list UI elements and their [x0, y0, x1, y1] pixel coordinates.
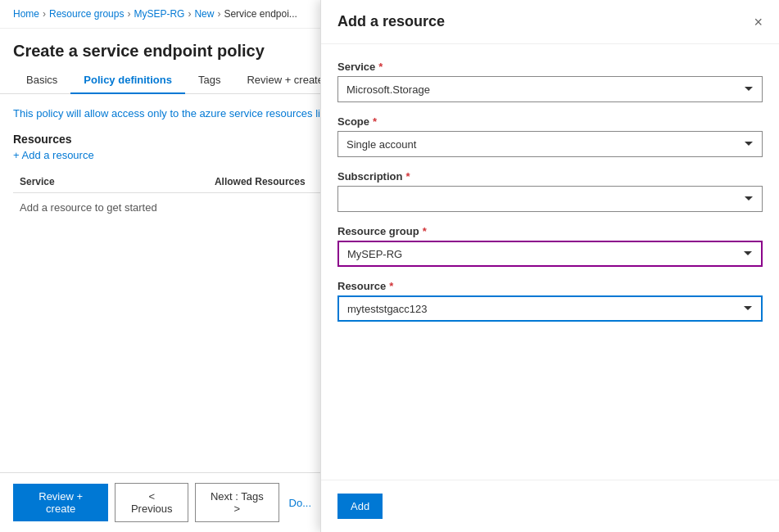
resource-group-required: * [423, 225, 427, 237]
panel-header: Add a resource × [321, 0, 779, 44]
subscription-required: * [405, 170, 410, 183]
panel-body: Service * Microsoft.Storage Scope * Sing… [321, 44, 779, 480]
tab-policy-definitions[interactable]: Policy definitions [70, 67, 185, 94]
review-create-button[interactable]: Review + create [13, 484, 108, 521]
main-page: Home › Resource groups › MySEP-RG › New … [0, 0, 779, 532]
resource-form-group: Resource * myteststgacc123 [337, 280, 763, 322]
breadcrumb-mysep-rg[interactable]: MySEP-RG [134, 8, 184, 20]
breadcrumb-new[interactable]: New [194, 8, 214, 20]
subscription-form-group: Subscription * [337, 170, 763, 212]
breadcrumb-resource-groups[interactable]: Resource groups [49, 8, 124, 20]
add-resource-panel: Add a resource × Service * Microsoft.Sto… [320, 0, 779, 532]
bottom-bar: Review + create < Previous Next : Tags >… [0, 472, 328, 532]
subscription-select[interactable] [337, 186, 763, 212]
breadcrumb-current: Service endpoi... [224, 8, 297, 20]
breadcrumb-home[interactable]: Home [13, 8, 39, 20]
subscription-label: Subscription * [337, 170, 763, 183]
tab-basics[interactable]: Basics [13, 67, 70, 94]
resource-label: Resource * [337, 280, 763, 292]
tab-tags[interactable]: Tags [185, 67, 233, 94]
scope-select[interactable]: Single account [337, 131, 763, 157]
add-button[interactable]: Add [337, 494, 383, 519]
close-panel-button[interactable]: × [754, 15, 763, 29]
scope-label: Scope * [337, 115, 763, 128]
panel-footer: Add [321, 480, 779, 532]
service-required: * [378, 61, 383, 73]
service-form-group: Service * Microsoft.Storage [337, 61, 763, 102]
resource-group-label: Resource group * [337, 225, 763, 237]
resource-group-select[interactable]: MySEP-RG [337, 241, 763, 267]
resource-group-form-group: Resource group * MySEP-RG [337, 225, 763, 267]
col-service: Service [13, 171, 208, 193]
scope-form-group: Scope * Single account [337, 115, 763, 157]
panel-title: Add a resource [337, 13, 445, 30]
download-button[interactable]: Do... [286, 490, 315, 516]
resource-required: * [389, 280, 393, 292]
service-label: Service * [337, 61, 763, 73]
next-tags-button[interactable]: Next : Tags > [195, 483, 279, 522]
service-select[interactable]: Microsoft.Storage [337, 76, 763, 102]
scope-required: * [373, 115, 377, 128]
previous-button[interactable]: < Previous [115, 483, 188, 522]
resource-select[interactable]: myteststgacc123 [337, 295, 763, 322]
